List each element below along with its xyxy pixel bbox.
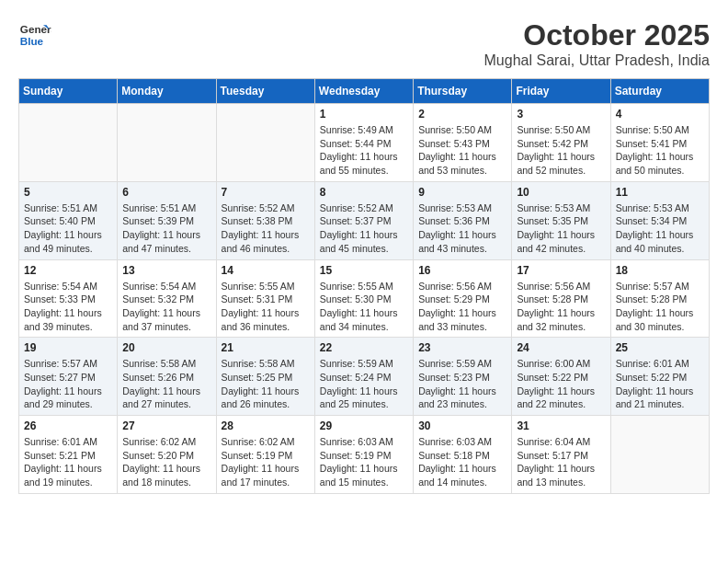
logo-icon: General Blue (18, 18, 51, 52)
day-number: 16 (418, 264, 506, 277)
day-info: Sunrise: 5:59 AM Sunset: 5:24 PM Dayligh… (320, 357, 408, 411)
weekday-header-friday: Friday (512, 79, 610, 104)
day-number: 7 (222, 186, 310, 199)
calendar-cell (610, 416, 709, 494)
calendar-week-row: 26Sunrise: 6:01 AM Sunset: 5:21 PM Dayli… (19, 416, 710, 494)
calendar-cell: 30Sunrise: 6:03 AM Sunset: 5:18 PM Dayli… (414, 416, 512, 494)
calendar-week-row: 1Sunrise: 5:49 AM Sunset: 5:44 PM Daylig… (19, 104, 710, 182)
day-number: 15 (320, 264, 408, 277)
day-number: 3 (517, 108, 605, 121)
weekday-header-tuesday: Tuesday (216, 79, 314, 104)
calendar-table: SundayMondayTuesdayWednesdayThursdayFrid… (18, 78, 710, 494)
calendar-cell: 8Sunrise: 5:52 AM Sunset: 5:37 PM Daylig… (314, 181, 413, 259)
weekday-header-thursday: Thursday (414, 79, 512, 104)
day-info: Sunrise: 5:53 AM Sunset: 5:36 PM Dayligh… (418, 201, 506, 256)
calendar-cell (19, 104, 118, 182)
day-number: 10 (517, 186, 605, 199)
calendar-cell: 25Sunrise: 6:01 AM Sunset: 5:22 PM Dayli… (610, 338, 709, 416)
calendar-cell: 13Sunrise: 5:54 AM Sunset: 5:32 PM Dayli… (118, 259, 216, 338)
day-info: Sunrise: 5:54 AM Sunset: 5:32 PM Dayligh… (122, 280, 210, 334)
calendar-week-row: 19Sunrise: 5:57 AM Sunset: 5:27 PM Dayli… (19, 338, 710, 416)
calendar-cell: 16Sunrise: 5:56 AM Sunset: 5:29 PM Dayli… (414, 259, 512, 338)
calendar-cell: 27Sunrise: 6:02 AM Sunset: 5:20 PM Dayli… (118, 416, 216, 494)
calendar-cell: 24Sunrise: 6:00 AM Sunset: 5:22 PM Dayli… (512, 338, 610, 416)
calendar-cell: 12Sunrise: 5:54 AM Sunset: 5:33 PM Dayli… (19, 259, 118, 338)
month-title: October 2025 (484, 18, 710, 52)
day-info: Sunrise: 5:57 AM Sunset: 5:28 PM Dayligh… (616, 280, 704, 334)
day-number: 23 (418, 341, 506, 354)
location-subtitle: Mughal Sarai, Uttar Pradesh, India (484, 52, 710, 69)
calendar-cell: 9Sunrise: 5:53 AM Sunset: 5:36 PM Daylig… (414, 181, 512, 259)
calendar-cell (216, 104, 314, 182)
calendar-cell: 31Sunrise: 6:04 AM Sunset: 5:17 PM Dayli… (512, 416, 610, 494)
day-number: 13 (122, 264, 210, 277)
day-info: Sunrise: 5:49 AM Sunset: 5:44 PM Dayligh… (320, 123, 408, 178)
day-number: 14 (222, 264, 310, 277)
calendar-cell: 17Sunrise: 5:56 AM Sunset: 5:28 PM Dayli… (512, 259, 610, 338)
day-info: Sunrise: 5:51 AM Sunset: 5:39 PM Dayligh… (122, 201, 210, 256)
day-info: Sunrise: 5:53 AM Sunset: 5:34 PM Dayligh… (616, 201, 704, 256)
calendar-cell: 5Sunrise: 5:51 AM Sunset: 5:40 PM Daylig… (19, 181, 118, 259)
title-block: October 2025 Mughal Sarai, Uttar Pradesh… (484, 18, 710, 69)
calendar-cell (118, 104, 216, 182)
day-info: Sunrise: 5:56 AM Sunset: 5:28 PM Dayligh… (517, 280, 605, 334)
day-info: Sunrise: 5:57 AM Sunset: 5:27 PM Dayligh… (24, 357, 112, 411)
calendar-cell: 22Sunrise: 5:59 AM Sunset: 5:24 PM Dayli… (314, 338, 413, 416)
day-info: Sunrise: 6:01 AM Sunset: 5:22 PM Dayligh… (616, 357, 704, 411)
day-info: Sunrise: 5:50 AM Sunset: 5:41 PM Dayligh… (616, 123, 704, 178)
day-number: 22 (320, 341, 408, 354)
calendar-cell: 20Sunrise: 5:58 AM Sunset: 5:26 PM Dayli… (118, 338, 216, 416)
day-number: 6 (122, 186, 210, 199)
day-number: 5 (24, 186, 112, 199)
day-number: 29 (320, 419, 408, 432)
day-number: 2 (418, 108, 506, 121)
day-info: Sunrise: 5:50 AM Sunset: 5:43 PM Dayligh… (418, 123, 506, 178)
day-info: Sunrise: 5:52 AM Sunset: 5:38 PM Dayligh… (222, 201, 310, 256)
day-info: Sunrise: 5:51 AM Sunset: 5:40 PM Dayligh… (24, 201, 112, 256)
calendar-cell: 26Sunrise: 6:01 AM Sunset: 5:21 PM Dayli… (19, 416, 118, 494)
day-info: Sunrise: 6:02 AM Sunset: 5:20 PM Dayligh… (122, 435, 210, 489)
day-info: Sunrise: 6:01 AM Sunset: 5:21 PM Dayligh… (24, 435, 112, 489)
day-number: 8 (320, 186, 408, 199)
calendar-cell: 7Sunrise: 5:52 AM Sunset: 5:38 PM Daylig… (216, 181, 314, 259)
day-info: Sunrise: 6:03 AM Sunset: 5:18 PM Dayligh… (418, 435, 506, 489)
calendar-cell: 28Sunrise: 6:02 AM Sunset: 5:19 PM Dayli… (216, 416, 314, 494)
day-number: 27 (122, 419, 210, 432)
day-number: 20 (122, 341, 210, 354)
calendar-cell: 23Sunrise: 5:59 AM Sunset: 5:23 PM Dayli… (414, 338, 512, 416)
calendar-cell: 18Sunrise: 5:57 AM Sunset: 5:28 PM Dayli… (610, 259, 709, 338)
calendar-cell: 11Sunrise: 5:53 AM Sunset: 5:34 PM Dayli… (610, 181, 709, 259)
day-info: Sunrise: 5:50 AM Sunset: 5:42 PM Dayligh… (517, 123, 605, 178)
day-number: 26 (24, 419, 112, 432)
day-number: 30 (418, 419, 506, 432)
day-info: Sunrise: 5:52 AM Sunset: 5:37 PM Dayligh… (320, 201, 408, 256)
day-info: Sunrise: 5:58 AM Sunset: 5:25 PM Dayligh… (222, 357, 310, 411)
calendar-cell: 4Sunrise: 5:50 AM Sunset: 5:41 PM Daylig… (610, 104, 709, 182)
day-number: 21 (222, 341, 310, 354)
calendar-cell: 14Sunrise: 5:55 AM Sunset: 5:31 PM Dayli… (216, 259, 314, 338)
calendar-cell: 2Sunrise: 5:50 AM Sunset: 5:43 PM Daylig… (414, 104, 512, 182)
day-number: 17 (517, 264, 605, 277)
day-number: 28 (222, 419, 310, 432)
day-info: Sunrise: 5:59 AM Sunset: 5:23 PM Dayligh… (418, 357, 506, 411)
weekday-header-sunday: Sunday (19, 79, 118, 104)
calendar-cell: 3Sunrise: 5:50 AM Sunset: 5:42 PM Daylig… (512, 104, 610, 182)
day-info: Sunrise: 5:55 AM Sunset: 5:31 PM Dayligh… (222, 280, 310, 334)
day-number: 25 (616, 341, 704, 354)
day-number: 4 (616, 108, 704, 121)
day-number: 24 (517, 341, 605, 354)
day-info: Sunrise: 6:03 AM Sunset: 5:19 PM Dayligh… (320, 435, 408, 489)
day-info: Sunrise: 5:56 AM Sunset: 5:29 PM Dayligh… (418, 280, 506, 334)
day-info: Sunrise: 6:04 AM Sunset: 5:17 PM Dayligh… (517, 435, 605, 489)
calendar-cell: 6Sunrise: 5:51 AM Sunset: 5:39 PM Daylig… (118, 181, 216, 259)
weekday-header-saturday: Saturday (610, 79, 709, 104)
day-number: 18 (616, 264, 704, 277)
calendar-cell: 1Sunrise: 5:49 AM Sunset: 5:44 PM Daylig… (314, 104, 413, 182)
day-info: Sunrise: 5:55 AM Sunset: 5:30 PM Dayligh… (320, 280, 408, 334)
day-number: 31 (517, 419, 605, 432)
day-number: 11 (616, 186, 704, 199)
calendar-cell: 15Sunrise: 5:55 AM Sunset: 5:30 PM Dayli… (314, 259, 413, 338)
day-info: Sunrise: 5:58 AM Sunset: 5:26 PM Dayligh… (122, 357, 210, 411)
logo: General Blue (18, 18, 51, 52)
svg-text:Blue: Blue (20, 35, 44, 47)
